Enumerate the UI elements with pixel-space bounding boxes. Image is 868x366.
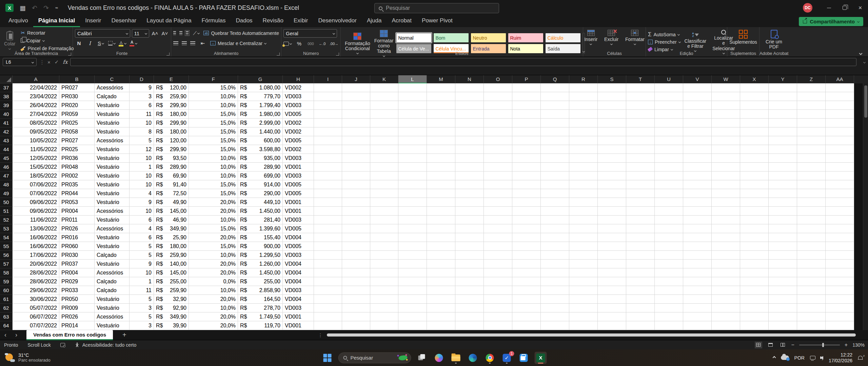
column-header-J[interactable]: J xyxy=(342,75,370,83)
cell-Z50[interactable] xyxy=(797,198,826,207)
cell-Y60[interactable] xyxy=(769,286,797,295)
taskbar-search[interactable]: Pesquisar xyxy=(338,352,411,363)
cell-AA46[interactable] xyxy=(826,163,854,171)
cell-X60[interactable] xyxy=(740,286,769,295)
column-header-U[interactable]: U xyxy=(655,75,683,83)
cell-K38[interactable] xyxy=(370,92,398,101)
cell-N55[interactable] xyxy=(455,242,484,251)
cell-J41[interactable] xyxy=(342,119,370,127)
cell-X56[interactable] xyxy=(740,251,769,260)
cell-M60[interactable] xyxy=(427,286,455,295)
cell-P64[interactable] xyxy=(512,321,541,330)
horizontal-scrollbar-thumb[interactable] xyxy=(327,333,856,337)
cell-J52[interactable] xyxy=(342,216,370,224)
cell-H62[interactable]: VD003 xyxy=(283,304,314,312)
cell-Q56[interactable] xyxy=(541,251,569,260)
cell-G62[interactable]: R$278,70 xyxy=(238,304,283,312)
cell-L64[interactable] xyxy=(398,321,427,330)
cell-AA39[interactable] xyxy=(826,101,854,110)
cell-Y41[interactable] xyxy=(769,119,797,127)
cell-K63[interactable] xyxy=(370,312,398,321)
merge-center-button[interactable]: ↔Mesclar e Centralizar xyxy=(210,40,266,47)
cell-J44[interactable] xyxy=(342,145,370,154)
cell-R63[interactable] xyxy=(569,312,598,321)
cell-K49[interactable] xyxy=(370,189,398,198)
cell-C48[interactable]: Vestuário xyxy=(95,180,130,189)
cell-I37[interactable] xyxy=(314,83,342,92)
cell-N52[interactable] xyxy=(455,216,484,224)
cell-I62[interactable] xyxy=(314,304,342,312)
cell-N57[interactable] xyxy=(455,260,484,268)
cell-U60[interactable] xyxy=(655,286,683,295)
cell-O64[interactable] xyxy=(484,321,512,330)
cell-W52[interactable] xyxy=(712,216,740,224)
cell-Y52[interactable] xyxy=(769,216,797,224)
cell-G54[interactable]: R$155,40 xyxy=(238,233,283,242)
cell-P46[interactable] xyxy=(512,163,541,171)
row-header-60[interactable]: 60 xyxy=(0,286,13,295)
cell-L48[interactable] xyxy=(398,180,427,189)
cell-G58[interactable]: R$1.450,00 xyxy=(238,268,283,277)
cell-V48[interactable] xyxy=(683,180,712,189)
cell-W62[interactable] xyxy=(712,304,740,312)
cell-G57[interactable]: R$1.260,00 xyxy=(238,260,283,268)
cell-E56[interactable]: R$259,90 xyxy=(154,251,189,260)
cell-M40[interactable] xyxy=(427,110,455,119)
cell-G61[interactable]: R$164,50 xyxy=(238,295,283,304)
cell-H45[interactable]: VD003 xyxy=(283,154,314,163)
cell-M39[interactable] xyxy=(427,101,455,110)
cell-F52[interactable]: 10,0% xyxy=(189,216,238,224)
cell-P50[interactable] xyxy=(512,198,541,207)
cell-T48[interactable] xyxy=(626,180,655,189)
zoom-slider-thumb[interactable] xyxy=(822,343,824,347)
cell-K44[interactable] xyxy=(370,145,398,154)
cell-A58[interactable]: 28/06/2022 xyxy=(13,268,59,277)
cell-U46[interactable] xyxy=(655,163,683,171)
cell-A38[interactable]: 23/04/2022 xyxy=(13,92,59,101)
cell-H47[interactable]: VD003 xyxy=(283,171,314,180)
store-button[interactable] xyxy=(518,352,530,364)
cell-Z43[interactable] xyxy=(797,136,826,145)
align-top-icon[interactable] xyxy=(173,31,176,35)
edge-button[interactable] xyxy=(467,352,479,364)
cell-Q52[interactable] xyxy=(541,216,569,224)
cell-R47[interactable] xyxy=(569,171,598,180)
cell-Z53[interactable] xyxy=(797,224,826,233)
cell-N37[interactable] xyxy=(455,83,484,92)
cell-R56[interactable] xyxy=(569,251,598,260)
cell-A50[interactable]: 09/06/2022 xyxy=(13,198,59,207)
delete-cells-button[interactable]: Excluir xyxy=(602,29,620,45)
cell-O37[interactable] xyxy=(484,83,512,92)
cell-J60[interactable] xyxy=(342,286,370,295)
cell-X37[interactable] xyxy=(740,83,769,92)
cell-C50[interactable]: Vestuário xyxy=(95,198,130,207)
indent-button[interactable]: ⇤ xyxy=(199,39,207,47)
copy-button[interactable]: Copiar xyxy=(21,37,74,44)
cell-S53[interactable] xyxy=(598,224,626,233)
cell-N38[interactable] xyxy=(455,92,484,101)
cell-V46[interactable] xyxy=(683,163,712,171)
clipboard-dialog-launcher[interactable] xyxy=(68,53,71,56)
cell-F55[interactable]: 15,0% xyxy=(189,242,238,251)
cell-V59[interactable] xyxy=(683,277,712,286)
cell-U37[interactable] xyxy=(655,83,683,92)
cell-H60[interactable]: VD003 xyxy=(283,286,314,295)
cell-E39[interactable]: R$299,90 xyxy=(154,101,189,110)
cell-O59[interactable] xyxy=(484,277,512,286)
cell-Z38[interactable] xyxy=(797,92,826,101)
cell-P55[interactable] xyxy=(512,242,541,251)
cell-J45[interactable] xyxy=(342,154,370,163)
cell-H38[interactable]: VD003 xyxy=(283,92,314,101)
cell-C58[interactable]: Acessórios xyxy=(95,268,130,277)
cell-M47[interactable] xyxy=(427,171,455,180)
cell-Y42[interactable] xyxy=(769,127,797,136)
cell-Z59[interactable] xyxy=(797,277,826,286)
cell-B37[interactable]: PR027 xyxy=(59,83,95,92)
row-header-61[interactable]: 61 xyxy=(0,295,13,304)
cell-K40[interactable] xyxy=(370,110,398,119)
decrease-font-button[interactable]: A˅ xyxy=(161,29,169,37)
cell-G52[interactable]: R$281,40 xyxy=(238,216,283,224)
cell-N58[interactable] xyxy=(455,268,484,277)
cell-N53[interactable] xyxy=(455,224,484,233)
cell-L54[interactable] xyxy=(398,233,427,242)
